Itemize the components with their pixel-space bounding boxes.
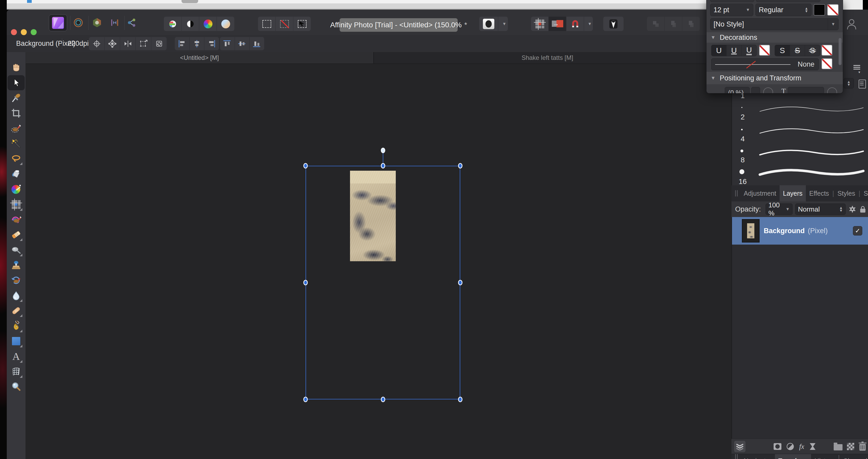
brushes-panel-menu[interactable] [854, 65, 860, 74]
brush-stroke-preview[interactable] [758, 126, 865, 136]
font-size-dropdown[interactable]: 12 pt ▼ [710, 4, 753, 16]
underline-colour-swatch[interactable] [759, 45, 770, 56]
persona-button-develop-persona[interactable] [91, 15, 103, 31]
tool-undo-brush-tool[interactable] [10, 275, 22, 286]
snapping-dropdown[interactable]: ▼ [584, 17, 593, 31]
tool-flood-fill-tool[interactable] [10, 168, 22, 180]
brush-stroke-preview[interactable] [758, 168, 865, 177]
handle-top-center[interactable] [381, 163, 385, 169]
reset-button[interactable] [827, 87, 837, 93]
tracking-field[interactable] [788, 87, 824, 93]
assistant-button[interactable] [603, 17, 624, 31]
tool-pixel-tool[interactable] [10, 199, 22, 210]
handle-mid-left[interactable] [304, 280, 308, 285]
minimize-button[interactable] [21, 29, 27, 35]
button-live-filter[interactable] [807, 441, 818, 452]
button-new-layer[interactable] [845, 441, 856, 452]
layer-settings-button[interactable] [847, 203, 858, 215]
button-transform-mode[interactable] [136, 37, 151, 50]
text-style-dropdown[interactable]: [No Style] ▼ [710, 18, 839, 30]
auto-button-auto-white-balance[interactable] [217, 17, 234, 31]
handle-top-left[interactable] [304, 163, 308, 169]
brush-size-stepper[interactable]: ▲▼ [843, 78, 854, 88]
quick-mask-dropdown[interactable]: ▼ [498, 17, 508, 31]
tool-text-tool[interactable]: A [10, 351, 22, 362]
tab-navigator[interactable]: Navigator [740, 454, 775, 459]
handle-bottom-right[interactable] [458, 397, 463, 402]
button-delete-layer[interactable] [857, 441, 868, 452]
button-snapping-magnet[interactable] [566, 17, 584, 31]
persona-button-export-persona[interactable] [125, 15, 138, 31]
document-tab-2[interactable]: Shake left tatts [M] [374, 52, 721, 63]
tool-gradient-tool[interactable] [10, 183, 22, 195]
button-mask-layer[interactable] [772, 441, 783, 452]
underline-option-3[interactable]: U [742, 45, 756, 56]
baseline-field[interactable]: (0 %) [725, 87, 750, 93]
tool-move-tool[interactable] [10, 77, 22, 88]
brush-stroke-preview[interactable] [758, 148, 865, 157]
canvas[interactable] [26, 64, 732, 459]
handle-top-right[interactable] [458, 163, 463, 169]
handle-mid-right[interactable] [458, 280, 463, 285]
tab-styles[interactable]: Styles [834, 185, 859, 201]
persona-button-liquify-persona[interactable] [72, 15, 85, 31]
layer-thumbnail[interactable] [742, 219, 760, 242]
strikethrough-colour-swatch[interactable] [822, 45, 832, 56]
button-flip-horizontal[interactable] [120, 37, 136, 50]
auto-button-auto-levels[interactable] [164, 17, 182, 31]
text-stroke-style-button[interactable]: None [711, 58, 819, 70]
decorations-header[interactable]: ▼ Decorations [707, 32, 843, 43]
button-show-grid[interactable] [531, 17, 549, 31]
tool-colour-picker-tool[interactable] [10, 92, 22, 104]
tool-paint-brush-tool[interactable] [10, 214, 22, 225]
tool-rectangle-tool[interactable] [10, 336, 22, 347]
stroke-colour-swatch[interactable] [822, 58, 832, 69]
tab-adjustment[interactable]: Adjustment [740, 185, 780, 201]
tool-selection-brush-tool[interactable] [10, 123, 22, 134]
handle-bottom-center[interactable] [381, 397, 385, 402]
persona-button-tone-mapping-persona[interactable] [108, 15, 121, 31]
tool-mesh-warp-tool[interactable] [10, 366, 22, 377]
tab-layers[interactable]: Layers [780, 185, 806, 201]
underline-option-2[interactable]: U [726, 45, 742, 56]
lock-layer-button[interactable] [858, 203, 868, 215]
blend-mode-dropdown[interactable]: Normal ▲▼ [795, 203, 846, 215]
button-align-bottom[interactable] [250, 37, 264, 50]
button-align-center[interactable] [190, 37, 205, 50]
underline-option-1[interactable]: U [711, 45, 726, 56]
tool-pen-tool[interactable] [10, 320, 22, 332]
button-deselect[interactable] [276, 17, 293, 31]
tab-stock[interactable]: Stock [860, 185, 868, 201]
text-fill-swatch[interactable] [814, 4, 825, 16]
tool-blur-tool[interactable] [10, 290, 22, 301]
button-align-left[interactable] [175, 37, 190, 50]
tab-channels[interactable]: Channels [840, 454, 868, 459]
strikethrough-option-2[interactable]: S [790, 45, 805, 56]
button-show-handles[interactable] [104, 37, 120, 50]
document-tab-1[interactable]: <Untitled> [M] [26, 52, 374, 63]
tool-flood-select-tool[interactable] [10, 138, 22, 149]
font-style-dropdown[interactable]: Regular ▲▼ [755, 4, 812, 16]
button-move-whole-pixels[interactable]: → [549, 17, 566, 31]
tool-sponge-tool[interactable] [10, 244, 22, 256]
button-select-marquee[interactable] [258, 17, 276, 31]
quick-mask-button[interactable] [479, 17, 498, 31]
close-button[interactable] [11, 29, 17, 35]
rotation-handle[interactable] [381, 148, 385, 153]
text-stroke-swatch[interactable] [827, 4, 839, 16]
button-layers-stack[interactable] [734, 441, 746, 452]
auto-button-auto-contrast[interactable] [182, 17, 199, 31]
tab-transform[interactable]: Transform [775, 454, 811, 459]
tool-view-tool[interactable] [10, 62, 22, 74]
panel-grip[interactable] [732, 454, 740, 459]
panel-scrollbar[interactable] [839, 38, 841, 65]
button-layer-effects[interactable]: fx [796, 441, 807, 452]
button-adjustment-layer[interactable] [784, 441, 796, 452]
button-align-middle[interactable] [235, 37, 250, 50]
brush-stroke-preview[interactable] [758, 105, 865, 114]
brush-list-icon[interactable] [859, 80, 866, 88]
tool-healing-tool[interactable] [10, 305, 22, 316]
tab-history[interactable]: History [811, 454, 838, 459]
tool-erase-brush-tool[interactable] [10, 229, 22, 240]
button-cycle-selection-box[interactable] [89, 37, 104, 50]
